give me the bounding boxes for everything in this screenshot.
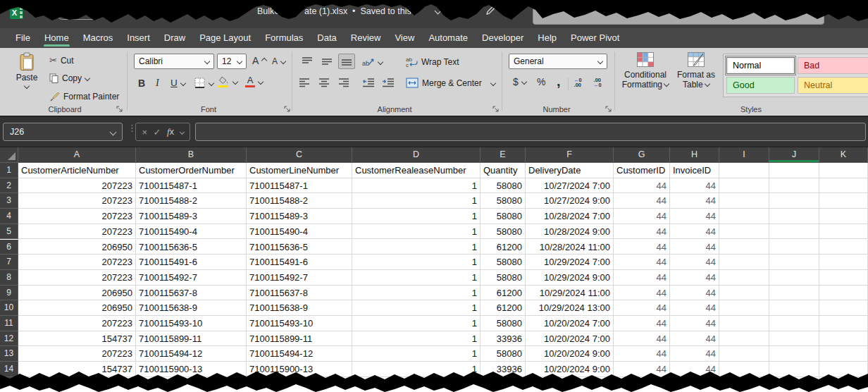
cell-K14[interactable] [819,362,868,377]
cell-F5[interactable]: 10/28/2024 9:00 [526,224,614,240]
alignment-dialog-launcher-icon[interactable] [492,105,500,113]
cell-D5[interactable]: 1 [352,224,480,240]
cell-J11[interactable] [769,316,819,331]
cancel-icon[interactable]: × [142,127,147,137]
cell-E8[interactable]: 58080 [480,270,526,286]
cell-A5[interactable]: 207223 [18,224,136,240]
merge-center-button[interactable]: Merge & Center [406,78,495,88]
menu-tab-page-layout[interactable]: Page Layout [192,28,258,48]
cell-C3[interactable]: 7100115488-2 [247,193,352,209]
cell-C6[interactable]: 7100115636-5 [247,240,352,255]
copy-button[interactable]: Copy [49,73,89,83]
cell-H7[interactable]: 44 [670,255,719,270]
cell-J9[interactable] [769,286,819,301]
cell-D14[interactable]: 1 [352,362,480,377]
cell-E12[interactable]: 33936 [480,331,526,347]
style-chip-normal[interactable]: Normal [726,57,795,74]
cell-K1[interactable] [819,163,868,178]
cut-button[interactable]: ✂ Cut [49,55,74,66]
column-header-K[interactable]: K [819,147,868,163]
menu-tab-automate[interactable]: Automate [421,28,475,48]
cell-D4[interactable]: 1 [352,209,480,224]
cell-G8[interactable]: 44 [614,270,670,286]
cell-C14[interactable]: 7100115900-13 [247,362,352,377]
cell-I10[interactable] [719,300,769,316]
cell-K3[interactable] [819,193,868,209]
bold-button[interactable]: B [138,78,145,89]
cell-C5[interactable]: 7100115490-4 [247,224,352,240]
cell-B6[interactable]: 7100115636-5 [136,240,247,255]
row-header-10[interactable]: 10 [0,300,18,316]
column-header-G[interactable]: G [614,147,670,163]
style-chip-bad[interactable]: Bad [798,57,868,74]
row-header-8[interactable]: 8 [0,270,18,286]
cell-K13[interactable] [819,346,868,362]
cell-B12[interactable]: 7100115899-11 [136,331,247,347]
name-box[interactable]: J26 [3,123,123,141]
column-header-C[interactable]: C [247,147,352,163]
menu-tab-draw[interactable]: Draw [157,28,192,48]
accounting-format-button[interactable]: $ [513,76,526,87]
cell-A12[interactable]: 154737 [18,331,136,347]
cell-A4[interactable]: 207223 [18,209,136,224]
row-header-12[interactable]: 12 [0,331,18,347]
cell-E4[interactable]: 58080 [480,209,526,224]
cell-I7[interactable] [719,255,769,270]
cell-F12[interactable]: 10/20/2024 7:00 [526,331,614,347]
cell-K5[interactable] [819,224,868,240]
cell-G14[interactable]: 44 [614,362,670,377]
enter-icon[interactable]: ✓ [154,127,161,137]
cell-E14[interactable]: 33936 [480,362,526,377]
cell-D13[interactable]: 1 [352,346,480,362]
cell-E7[interactable]: 58080 [480,255,526,270]
cell-B13[interactable]: 7100115494-12 [136,346,247,362]
align-bottom-button[interactable] [338,54,355,69]
cell-A14[interactable]: 154737 [18,362,136,377]
cell-E9[interactable]: 61200 [480,286,526,301]
cell-I4[interactable] [719,209,769,224]
select-all-corner[interactable] [0,147,18,163]
column-header-D[interactable]: D [352,147,480,163]
cell-B9[interactable]: 7100115637-8 [136,286,247,301]
cell-E2[interactable]: 58080 [480,178,526,194]
cell-I3[interactable] [719,193,769,209]
cell-H3[interactable]: 44 [670,193,719,209]
number-dialog-launcher-icon[interactable] [604,105,612,113]
align-right-button[interactable] [338,78,349,87]
cell-K11[interactable] [819,316,868,331]
row-header-4[interactable]: 4 [0,209,18,224]
cell-K6[interactable] [819,240,868,255]
decrease-decimal-button[interactable]: .00→0 [593,78,602,87]
cell-E13[interactable]: 58080 [480,346,526,362]
cell-H4[interactable]: 44 [670,209,719,224]
cell-C12[interactable]: 7100115899-11 [247,331,352,347]
cell-J3[interactable] [769,193,819,209]
cell-D6[interactable]: 1 [352,240,480,255]
cell-B4[interactable]: 7100115489-3 [136,209,247,224]
orientation-button[interactable]: ab [362,56,383,67]
cell-B10[interactable]: 7100115638-9 [136,300,247,316]
cell-A3[interactable]: 207223 [18,193,136,209]
style-chip-neutral[interactable]: Neutral [798,77,868,94]
cell-A10[interactable]: 206950 [18,300,136,316]
cell-F6[interactable]: 10/28/2024 11:00 [526,240,614,255]
cell-A2[interactable]: 207223 [18,178,136,194]
cell-I1[interactable] [719,163,769,178]
cell-D7[interactable]: 1 [352,255,480,270]
search-box[interactable] [533,7,824,25]
menu-tab-power-pivot[interactable]: Power Pivot [564,28,626,48]
menu-tab-view[interactable]: View [388,28,421,48]
cell-J2[interactable] [769,178,819,194]
cell-G4[interactable]: 44 [614,209,670,224]
cell-C2[interactable]: 7100115487-1 [247,178,352,194]
cell-E11[interactable]: 58080 [480,316,526,331]
row-header-7[interactable]: 7 [0,255,18,270]
cell-A7[interactable]: 207223 [18,255,136,270]
cell-C13[interactable]: 7100115494-12 [247,346,352,362]
cell-G3[interactable]: 44 [614,193,670,209]
cell-A8[interactable]: 207223 [18,270,136,286]
cell-H8[interactable]: 44 [670,270,719,286]
cell-E1[interactable]: Quantity [480,163,526,178]
cell-G1[interactable]: CustomerID [614,163,670,178]
autosave-toggle[interactable] [56,6,101,20]
